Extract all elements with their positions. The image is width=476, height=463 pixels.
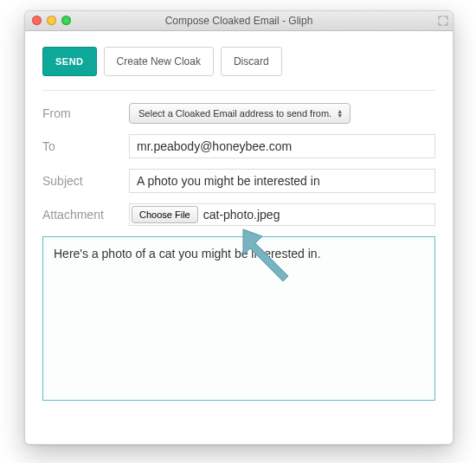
message-body-editor[interactable]: Here's a photo of a cat you might be int… bbox=[42, 236, 435, 401]
zoom-icon[interactable] bbox=[61, 16, 71, 25]
send-button-label: SEND bbox=[55, 56, 84, 67]
attachment-filename: cat-photo.jpeg bbox=[203, 208, 280, 222]
create-cloak-label: Create New Cloak bbox=[117, 55, 201, 68]
minimize-icon[interactable] bbox=[47, 16, 56, 25]
to-label: To bbox=[42, 139, 129, 153]
subject-row: Subject bbox=[42, 169, 435, 193]
window-content: SEND Create New Cloak Discard From Selec… bbox=[25, 31, 453, 415]
to-input[interactable] bbox=[129, 134, 435, 158]
choose-file-button[interactable]: Choose File bbox=[132, 206, 198, 223]
attachment-row: Attachment Choose File cat-photo.jpeg bbox=[42, 203, 435, 226]
from-select[interactable]: Select a Cloaked Email address to send f… bbox=[129, 103, 351, 124]
message-body-text: Here's a photo of a cat you might be int… bbox=[54, 247, 321, 260]
window-title: Compose Cloaked Email - Gliph bbox=[165, 15, 313, 27]
window-controls bbox=[32, 16, 71, 25]
from-label: From bbox=[42, 106, 129, 120]
compose-window: Compose Cloaked Email - Gliph SEND Creat… bbox=[24, 10, 453, 445]
attachment-label: Attachment bbox=[42, 208, 129, 222]
discard-label: Discard bbox=[234, 55, 269, 68]
from-row: From Select a Cloaked Email address to s… bbox=[42, 103, 435, 124]
discard-button[interactable]: Discard bbox=[221, 47, 282, 76]
to-row: To bbox=[42, 134, 435, 158]
choose-file-label: Choose File bbox=[139, 209, 190, 220]
subject-label: Subject bbox=[42, 174, 129, 188]
send-button[interactable]: SEND bbox=[42, 47, 97, 76]
subject-input[interactable] bbox=[129, 169, 435, 193]
from-select-label: Select a Cloaked Email address to send f… bbox=[138, 108, 331, 119]
fullscreen-icon[interactable] bbox=[437, 15, 449, 27]
attachment-field: Choose File cat-photo.jpeg bbox=[129, 203, 435, 226]
create-cloak-button[interactable]: Create New Cloak bbox=[104, 47, 214, 76]
close-icon[interactable] bbox=[32, 16, 42, 25]
toolbar: SEND Create New Cloak Discard bbox=[42, 47, 435, 91]
titlebar: Compose Cloaked Email - Gliph bbox=[25, 11, 453, 31]
updown-icon: ▲▼ bbox=[337, 109, 343, 118]
